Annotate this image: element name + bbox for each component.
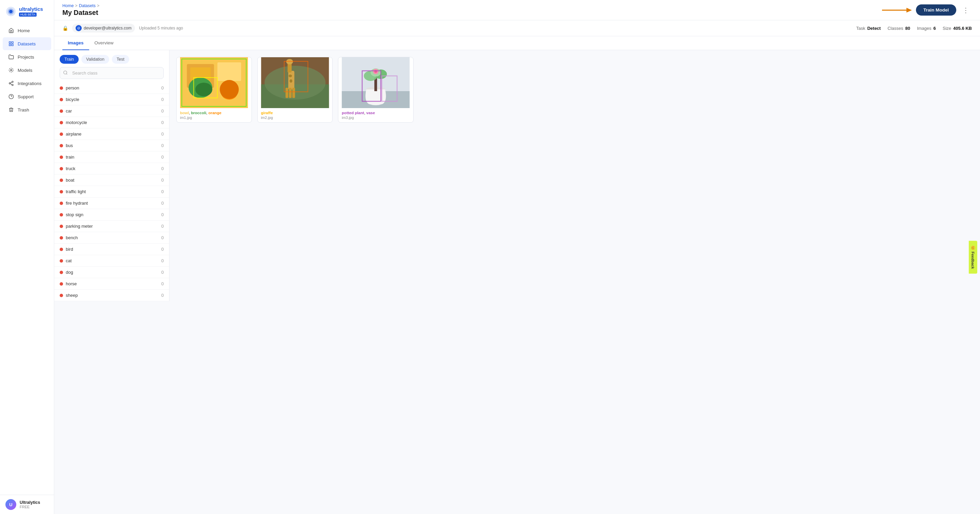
class-item[interactable]: bicycle 0 (54, 94, 169, 105)
svg-point-8 (12, 81, 13, 82)
svg-line-18 (67, 73, 67, 75)
class-item[interactable]: sheep 0 (54, 290, 169, 301)
class-dot (60, 109, 63, 113)
class-item[interactable]: bird 0 (54, 244, 169, 255)
class-count: 0 (161, 97, 164, 102)
size-label: Size (943, 26, 951, 31)
image-1-filename: im1.jpg (180, 116, 248, 120)
svg-point-7 (11, 70, 12, 71)
class-item[interactable]: bus 0 (54, 140, 169, 151)
search-input[interactable] (60, 67, 164, 79)
label-giraffe: giraffe (261, 111, 273, 115)
filter-tab-validation[interactable]: Validation (81, 55, 109, 64)
dataset-meta: 🔒 @ developer@ultralytics.com Uploaded 5… (54, 20, 980, 36)
class-item[interactable]: train 0 (54, 151, 169, 163)
class-item[interactable]: horse 0 (54, 278, 169, 290)
meta-classes: Classes 80 (888, 26, 910, 31)
meta-left: 🔒 @ developer@ultralytics.com Uploaded 5… (62, 24, 183, 33)
tab-images[interactable]: Images (62, 36, 89, 50)
breadcrumb-home[interactable]: Home (62, 3, 73, 8)
image-card-3[interactable]: potted plant, vase im3.jpg (338, 57, 414, 123)
class-name: sheep (66, 293, 78, 298)
classes-value: 80 (905, 26, 910, 31)
class-count: 0 (161, 178, 164, 182)
class-item[interactable]: boat 0 (54, 175, 169, 186)
class-name: boat (66, 178, 74, 182)
class-dot (60, 144, 63, 148)
class-count: 0 (161, 166, 164, 171)
class-count: 0 (161, 270, 164, 275)
class-item[interactable]: stop sign 0 (54, 209, 169, 221)
class-item[interactable]: car 0 (54, 105, 169, 117)
class-name: person (66, 86, 80, 90)
sidebar-item-trash[interactable]: Trash (3, 103, 51, 116)
class-name: bus (66, 143, 73, 148)
class-dot (60, 167, 63, 170)
class-item[interactable]: airplane 0 (54, 128, 169, 140)
class-name: dog (66, 270, 73, 275)
class-item[interactable]: bench 0 (54, 232, 169, 244)
sidebar-item-datasets[interactable]: Datasets (3, 37, 51, 50)
breadcrumb: Home > Datasets > (62, 3, 99, 8)
images-label: Images (917, 26, 932, 31)
class-item[interactable]: cat 0 (54, 255, 169, 267)
svg-line-12 (11, 82, 12, 83)
class-dot (60, 225, 63, 228)
feedback-tab[interactable]: 😊 Feedback (969, 241, 977, 273)
class-name: cat (66, 258, 72, 263)
class-item[interactable]: motorcycle 0 (54, 117, 169, 128)
class-item[interactable]: truck 0 (54, 163, 169, 175)
image-card-2[interactable]: giraffe im2.jpg (257, 57, 333, 123)
class-name: train (66, 154, 74, 160)
class-item[interactable]: traffic light 0 (54, 186, 169, 198)
sidebar-item-integrations[interactable]: Integrations (3, 77, 51, 90)
image-2-info: giraffe im2.jpg (258, 108, 332, 122)
class-item[interactable]: person 0 (54, 82, 169, 94)
meta-task: Task Detect (856, 26, 881, 31)
image-3-info: potted plant, vase im3.jpg (338, 108, 413, 122)
class-name: parking meter (66, 224, 92, 229)
sidebar-item-home[interactable]: Home (3, 24, 51, 37)
image-2-filename: im2.jpg (261, 116, 329, 120)
class-name: truck (66, 166, 75, 171)
class-dot (60, 155, 63, 159)
tab-overview[interactable]: Overview (89, 36, 119, 50)
svg-rect-38 (289, 88, 291, 98)
class-count: 0 (161, 132, 164, 136)
class-item[interactable]: fire hydrant 0 (54, 198, 169, 209)
class-count: 0 (161, 108, 164, 114)
sidebar-item-models[interactable]: Models (3, 64, 51, 76)
class-dot (60, 213, 63, 216)
class-dot (60, 190, 63, 194)
svg-point-10 (12, 84, 13, 86)
avatar: U (5, 499, 16, 510)
sidebar-item-projects-label: Projects (18, 54, 34, 60)
class-count: 0 (161, 120, 164, 125)
class-item[interactable]: dog 0 (54, 267, 169, 278)
class-dot (60, 179, 63, 182)
sidebar-item-projects[interactable]: Projects (3, 51, 51, 63)
breadcrumb-datasets[interactable]: Datasets (79, 3, 95, 8)
class-count: 0 (161, 235, 164, 240)
content-area: Train Validation Test person (54, 50, 980, 301)
class-item[interactable]: parking meter 0 (54, 221, 169, 232)
svg-point-9 (9, 82, 11, 84)
search-icon (63, 70, 68, 76)
projects-icon (8, 54, 14, 60)
image-3-filename: im3.jpg (342, 116, 410, 120)
filter-tab-test[interactable]: Test (112, 55, 129, 64)
image-card-1[interactable]: bowl, broccoli, orange im1.jpg (176, 57, 252, 123)
class-count: 0 (161, 201, 164, 206)
more-options-button[interactable]: ⋮ (960, 5, 972, 16)
svg-rect-37 (285, 88, 288, 98)
class-name: car (66, 108, 72, 114)
class-dot (60, 86, 63, 90)
train-model-button[interactable]: Train Model (916, 5, 956, 16)
class-count: 0 (161, 247, 164, 252)
sidebar-item-support-label: Support (18, 94, 33, 99)
filter-tab-train[interactable]: Train (60, 55, 79, 64)
sidebar-item-support[interactable]: Support (3, 90, 51, 103)
task-value: Detect (867, 26, 881, 31)
class-count: 0 (161, 189, 164, 194)
class-list: person 0 bicycle 0 car 0 motorcycle 0 (54, 82, 169, 301)
